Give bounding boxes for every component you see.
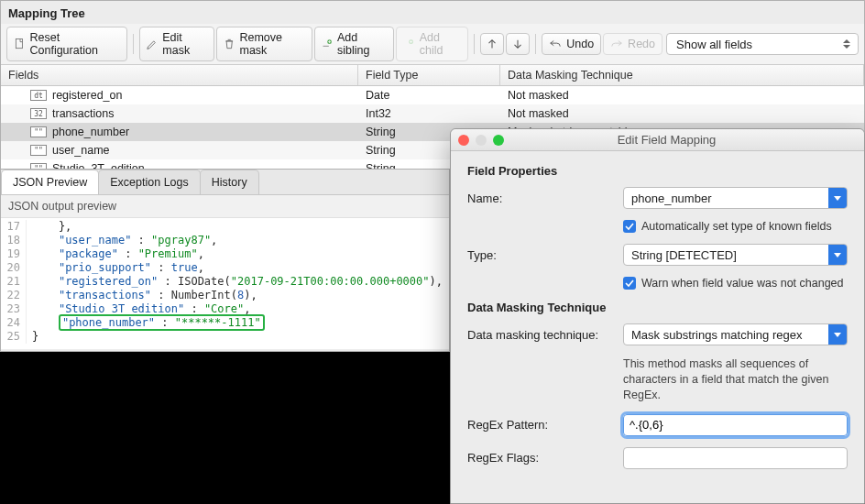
dialog-title: Edit Field Mapping [476, 133, 857, 147]
table-row[interactable]: dtregistered_onDateNot masked [1, 86, 864, 104]
header-fields[interactable]: Fields [1, 65, 358, 85]
check-icon [625, 222, 634, 231]
section-field-properties: Field Properties [467, 164, 848, 178]
toolbar: Reset Configuration Edit mask Remove mas… [1, 24, 864, 65]
show-fields-select[interactable]: Show all fields [666, 33, 859, 55]
pencil-icon [147, 38, 158, 50]
regex-pattern-input[interactable] [623, 414, 848, 436]
table-header: Fields Field Type Data Masking Technique [1, 65, 864, 86]
field-type: Int32 [358, 107, 500, 120]
technique-label: Data masking technique: [467, 328, 614, 342]
edit-field-mapping-dialog: Edit Field Mapping Field Properties Name… [450, 128, 865, 504]
chevron-down-icon [828, 188, 847, 208]
name-label: Name: [467, 192, 614, 205]
regex-flags-input[interactable] [623, 447, 848, 469]
header-type[interactable]: Field Type [358, 65, 500, 85]
preview-panel: JSON Preview Exception Logs History JSON… [0, 169, 450, 352]
json-preview[interactable]: 17 },18 "user_name" : "pgray87",19 "pack… [1, 218, 449, 349]
tab-json-preview[interactable]: JSON Preview [1, 170, 99, 194]
move-up-button[interactable] [480, 33, 504, 55]
add-sibling-button[interactable]: Add sibling [314, 27, 395, 61]
arrow-up-icon [486, 38, 498, 50]
arrow-down-icon [511, 38, 524, 50]
field-type: Date [358, 89, 500, 102]
field-type-icon: 32 [30, 108, 47, 119]
chevron-down-icon [828, 324, 847, 345]
field-type-icon: "" [30, 126, 47, 137]
check-icon [625, 279, 634, 288]
undo-icon [549, 38, 562, 50]
field-name: transactions [52, 107, 114, 120]
field-name: phone_number [52, 126, 129, 138]
reset-button[interactable]: Reset Configuration [6, 27, 127, 61]
field-name: registered_on [52, 89, 122, 102]
name-combo[interactable]: phone_number [623, 187, 848, 209]
trash-icon [224, 38, 235, 50]
technique-combo[interactable]: Mask substrings matching regex [623, 323, 848, 345]
regex-flags-label: RegEx Flags: [467, 451, 614, 465]
svg-rect-0 [16, 39, 22, 49]
field-mask: Not masked [500, 89, 864, 102]
panel-title: Mapping Tree [1, 1, 864, 24]
remove-mask-button[interactable]: Remove mask [216, 27, 312, 61]
add-child-button: Add child [396, 27, 468, 61]
regex-pattern-label: RegEx Pattern: [467, 418, 614, 432]
undo-button[interactable]: Undo [542, 33, 601, 55]
add-child-icon [403, 38, 414, 50]
redo-button: Redo [603, 33, 662, 55]
tab-history[interactable]: History [200, 170, 259, 194]
close-icon[interactable] [458, 135, 469, 146]
dialog-titlebar[interactable]: Edit Field Mapping [451, 129, 864, 151]
warn-checkbox[interactable]: Warn when field value was not changed [623, 277, 848, 290]
preview-label: JSON output preview [1, 195, 449, 218]
move-down-button[interactable] [506, 33, 530, 55]
add-sibling-icon [322, 38, 333, 50]
auto-type-checkbox[interactable]: Automatically set type of known fields [623, 220, 848, 233]
field-mask: Not masked [500, 107, 864, 120]
chevron-updown-icon [841, 37, 852, 51]
tabs: JSON Preview Exception Logs History [1, 170, 449, 195]
type-combo[interactable]: String [DETECTED] [623, 244, 848, 266]
technique-hint: This method masks all sequences of chara… [623, 356, 848, 403]
document-icon [14, 38, 25, 50]
chevron-down-icon [828, 245, 847, 265]
tab-exception-logs[interactable]: Exception Logs [98, 170, 200, 194]
field-name: user_name [52, 144, 110, 157]
redo-icon [610, 38, 623, 50]
field-type-icon: "" [30, 145, 47, 156]
type-label: Type: [467, 248, 614, 262]
header-mask[interactable]: Data Masking Technique [500, 65, 864, 85]
edit-mask-button[interactable]: Edit mask [139, 27, 214, 61]
field-type-icon: dt [30, 90, 47, 101]
section-masking: Data Masking Technique [467, 301, 848, 314]
table-row[interactable]: 32transactionsInt32Not masked [1, 104, 864, 123]
